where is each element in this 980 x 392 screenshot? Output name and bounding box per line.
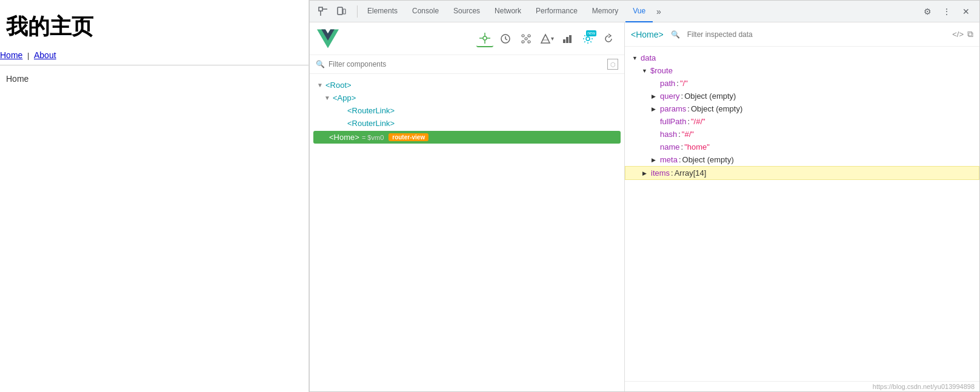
- items-colon: :: [671, 168, 673, 178]
- performance-icon[interactable]: [559, 30, 576, 47]
- tree-arrow-root: ▼: [317, 82, 323, 88]
- close-devtools-icon[interactable]: ✕: [958, 3, 975, 20]
- page-title: 我的主页: [0, 12, 308, 48]
- component-tree-icon[interactable]: [476, 30, 493, 47]
- tree-node-routerlink2[interactable]: <RouterLink>: [310, 117, 624, 130]
- vue-toolbar-icons: ▾: [476, 30, 617, 47]
- route-arrow[interactable]: ▼: [642, 68, 648, 74]
- svg-marker-16: [541, 35, 550, 43]
- devtools-body: ▾: [310, 22, 979, 391]
- tab-performance[interactable]: Performance: [528, 1, 585, 22]
- tree-node-home[interactable]: <Home> = $vm0 router-view: [313, 131, 621, 144]
- code-view-icon[interactable]: </>: [952, 30, 964, 39]
- fullpath-node: fullPath : "/#/": [625, 115, 979, 128]
- inspect-element-icon[interactable]: [315, 3, 332, 20]
- open-in-editor-icon[interactable]: ⧉: [967, 29, 973, 39]
- tree-node-routerlink1[interactable]: <RouterLink>: [310, 104, 624, 117]
- tab-memory[interactable]: Memory: [585, 1, 625, 22]
- path-value: "/": [680, 79, 688, 88]
- component-panel: ▾: [310, 22, 625, 391]
- data-tree: ▼ data ▼ $route path : "/" ▶: [625, 47, 979, 381]
- tab-console[interactable]: Console: [405, 1, 446, 22]
- tree-node-rl1-name: <RouterLink>: [347, 106, 395, 115]
- tree-node-root-name: <Root>: [325, 81, 352, 90]
- inspector-component-title: <Home>: [631, 30, 664, 39]
- query-colon: :: [681, 91, 684, 101]
- refresh-icon[interactable]: [600, 30, 617, 47]
- tab-more-button[interactable]: »: [653, 1, 665, 22]
- data-section-key: data: [641, 53, 656, 62]
- items-key: items: [651, 168, 670, 178]
- device-toggle-icon[interactable]: [333, 3, 350, 20]
- query-value: Object (empty): [684, 91, 736, 101]
- fullpath-value: "/#/": [691, 117, 705, 126]
- hex-filter-icon[interactable]: ⬡: [607, 59, 618, 70]
- svg-point-12: [528, 35, 530, 37]
- filter-inspected-input[interactable]: [687, 30, 949, 39]
- meta-value: Object (empty): [682, 155, 734, 164]
- new-badge: new: [586, 30, 596, 36]
- vuex-icon[interactable]: [518, 30, 535, 47]
- items-arrow[interactable]: ▶: [642, 170, 648, 176]
- name-colon: :: [681, 142, 684, 151]
- component-filter-bar: 🔍 ⬡: [310, 55, 624, 74]
- history-icon[interactable]: [497, 30, 514, 47]
- route-key: $route: [650, 66, 673, 75]
- name-value: "home": [684, 142, 710, 151]
- nav-separator: |: [27, 51, 29, 60]
- hash-colon: :: [678, 130, 681, 139]
- tree-node-app[interactable]: ▼ <App>: [310, 91, 624, 104]
- tree-node-root[interactable]: ▼ <Root>: [310, 79, 624, 91]
- nav-about-link[interactable]: About: [34, 50, 56, 60]
- router-icon[interactable]: ▾: [538, 30, 555, 47]
- name-node: name : "home": [625, 141, 979, 153]
- svg-point-13: [522, 41, 524, 43]
- tree-node-app-name: <App>: [333, 93, 356, 102]
- route-node: ▼ $route: [625, 64, 979, 77]
- tab-bar-separator: [357, 5, 358, 18]
- query-arrow[interactable]: ▶: [652, 93, 658, 99]
- tab-network[interactable]: Network: [487, 1, 528, 22]
- page-current-route: Home: [0, 71, 308, 86]
- svg-rect-20: [569, 35, 572, 43]
- tab-elements[interactable]: Elements: [360, 1, 405, 22]
- name-key: name: [660, 142, 680, 151]
- vue-logo-bar: ▾: [310, 22, 624, 55]
- tab-sources[interactable]: Sources: [446, 1, 487, 22]
- vue-settings-icon[interactable]: new: [579, 30, 596, 47]
- data-section-node: ▼ data: [625, 51, 979, 64]
- params-colon: :: [687, 104, 690, 113]
- items-node[interactable]: ▶ items : Array[14]: [625, 166, 979, 180]
- filter-search-icon-right: 🔍: [671, 30, 680, 39]
- hash-value: "#/": [682, 130, 694, 139]
- tree-node-home-vm: = $vm0: [362, 134, 384, 141]
- tree-node-rl2-name: <RouterLink>: [347, 119, 395, 128]
- page-nav: Home | About: [0, 48, 308, 65]
- data-section-arrow[interactable]: ▼: [632, 55, 638, 61]
- devtools-status-bar: https://blog.csdn.net/yu013994898: [625, 381, 979, 391]
- path-key: path: [660, 79, 675, 88]
- params-key: params: [660, 104, 686, 113]
- params-arrow[interactable]: ▶: [652, 106, 658, 112]
- query-key: query: [660, 91, 680, 101]
- svg-rect-0: [319, 7, 322, 11]
- devtools-tab-bar: Elements Console Sources Network Perform…: [310, 1, 979, 22]
- filter-components-input[interactable]: [328, 60, 604, 68]
- page-area: 我的主页 Home | About Home: [0, 0, 309, 392]
- meta-node: ▶ meta : Object (empty): [625, 153, 979, 166]
- status-url: https://blog.csdn.net/yu013994898: [873, 383, 975, 390]
- items-value: Array[14]: [675, 168, 707, 178]
- fullpath-colon: :: [687, 117, 690, 126]
- meta-arrow[interactable]: ▶: [652, 157, 658, 163]
- devtools-panel: Elements Console Sources Network Perform…: [309, 0, 980, 392]
- tab-vue[interactable]: Vue: [625, 1, 653, 22]
- devtools-top-icons: [315, 3, 350, 20]
- svg-point-21: [586, 37, 590, 41]
- svg-rect-19: [566, 37, 568, 43]
- hash-key: hash: [660, 130, 677, 139]
- svg-rect-18: [563, 39, 565, 43]
- more-options-icon[interactable]: ⋮: [938, 3, 955, 20]
- meta-key: meta: [660, 155, 678, 164]
- nav-home-link[interactable]: Home: [0, 50, 22, 60]
- settings-icon[interactable]: ⚙: [919, 3, 936, 20]
